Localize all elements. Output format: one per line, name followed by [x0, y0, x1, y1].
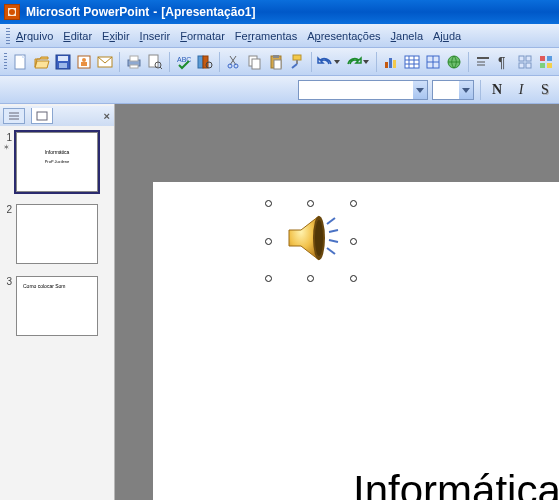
svg-rect-36: [393, 60, 396, 68]
permission-button[interactable]: [75, 51, 93, 73]
insert-table-button[interactable]: [403, 51, 421, 73]
menubar-grip[interactable]: [6, 28, 10, 44]
svg-rect-13: [130, 65, 138, 68]
svg-rect-35: [389, 58, 392, 68]
spellcheck-button[interactable]: ABC: [175, 51, 193, 73]
svg-point-8: [82, 58, 86, 62]
save-button[interactable]: [54, 51, 72, 73]
svg-rect-34: [385, 62, 388, 68]
panel-close-button[interactable]: ×: [104, 110, 110, 122]
thumbnail-row-3: 3 Como colocar Som: [2, 276, 112, 336]
slide-title[interactable]: Informática: [353, 467, 559, 500]
menu-formatar[interactable]: Formatar: [180, 30, 225, 42]
workspace: × 1 ✶ Informática Profª Jucilene 2 3: [0, 104, 559, 500]
resize-handle-ne[interactable]: [350, 200, 357, 207]
slide-canvas[interactable]: Informática ProfªJucilene: [115, 104, 559, 500]
slide-thumbnail-1[interactable]: Informática Profª Jucilene: [16, 132, 98, 192]
slides-tab[interactable]: [31, 108, 53, 124]
thumbnail-row-1: 1 ✶ Informática Profª Jucilene: [2, 132, 112, 192]
toolbar-sep-6: [468, 52, 469, 72]
undo-button[interactable]: [316, 51, 342, 73]
tables-borders-button[interactable]: [424, 51, 442, 73]
shadow-button[interactable]: S: [535, 80, 555, 100]
powerpoint-icon: [4, 4, 20, 20]
menu-ferramentas[interactable]: Ferramentas: [235, 30, 297, 42]
slide-number-2: 2: [2, 204, 12, 215]
svg-rect-63: [37, 112, 47, 120]
resize-handle-sw[interactable]: [265, 275, 272, 282]
insert-chart-button[interactable]: [382, 51, 400, 73]
insert-hyperlink-button[interactable]: [445, 51, 463, 73]
chevron-down-icon[interactable]: [413, 81, 427, 99]
resize-handle-n[interactable]: [307, 200, 314, 207]
menubar: Arquivo Editar Exibir Inserir Formatar F…: [0, 24, 559, 48]
svg-rect-50: [519, 56, 524, 61]
resize-handle-se[interactable]: [350, 275, 357, 282]
slide-number-3: 3: [2, 276, 12, 287]
research-button[interactable]: [196, 51, 214, 73]
bold-button[interactable]: N: [487, 80, 507, 100]
svg-rect-30: [293, 55, 301, 60]
svg-rect-51: [526, 56, 531, 61]
menu-inserir[interactable]: Inserir: [140, 30, 171, 42]
font-size-combo[interactable]: [432, 80, 474, 100]
grid-button[interactable]: [516, 51, 534, 73]
svg-point-66: [315, 220, 323, 256]
speaker-icon[interactable]: [283, 210, 339, 266]
open-button[interactable]: [33, 51, 51, 73]
menu-apresentacoes[interactable]: Apresentações: [307, 30, 380, 42]
title-sep: -: [153, 5, 157, 19]
menu-janela[interactable]: Janela: [391, 30, 423, 42]
formatting-toolbar: N I S: [0, 76, 559, 104]
email-button[interactable]: [96, 51, 114, 73]
svg-rect-26: [252, 59, 260, 69]
svg-text:¶: ¶: [498, 54, 506, 70]
expand-all-button[interactable]: [474, 51, 492, 73]
show-formatting-button[interactable]: ¶: [495, 51, 513, 73]
italic-button[interactable]: I: [511, 80, 531, 100]
svg-rect-55: [547, 56, 552, 61]
toolbar-sep-1: [119, 52, 120, 72]
svg-rect-54: [540, 56, 545, 61]
resize-handle-nw[interactable]: [265, 200, 272, 207]
menu-editar[interactable]: Editar: [63, 30, 92, 42]
new-button[interactable]: [12, 51, 30, 73]
color-button[interactable]: [537, 51, 555, 73]
thumbnail-row-2: 2: [2, 204, 112, 264]
animation-star-icon: ✶: [3, 143, 12, 152]
svg-rect-28: [273, 55, 279, 58]
redo-button[interactable]: [345, 51, 371, 73]
svg-line-16: [160, 67, 162, 69]
print-preview-button[interactable]: [146, 51, 164, 73]
toolbar-grip[interactable]: [4, 53, 7, 71]
svg-rect-29: [274, 60, 281, 69]
resize-handle-e[interactable]: [350, 238, 357, 245]
svg-rect-56: [540, 63, 545, 68]
slide-thumbnail-2[interactable]: [16, 204, 98, 264]
app-name: Microsoft PowerPoint: [26, 5, 149, 19]
font-name-combo[interactable]: [298, 80, 428, 100]
menu-exibir[interactable]: Exibir: [102, 30, 130, 42]
svg-line-70: [327, 248, 335, 254]
outline-tab[interactable]: [3, 108, 25, 124]
svg-marker-32: [334, 60, 340, 64]
resize-handle-s[interactable]: [307, 275, 314, 282]
doc-name: [Apresentação1]: [161, 5, 255, 19]
resize-handle-w[interactable]: [265, 238, 272, 245]
svg-line-69: [329, 240, 338, 242]
copy-button[interactable]: [246, 51, 264, 73]
svg-rect-12: [130, 56, 138, 61]
cut-button[interactable]: [225, 51, 243, 73]
svg-rect-57: [547, 63, 552, 68]
slide-thumbnail-3[interactable]: Como colocar Som: [16, 276, 98, 336]
slides-panel: × 1 ✶ Informática Profª Jucilene 2 3: [0, 104, 115, 500]
fmt-sep: [480, 80, 481, 100]
chevron-down-icon[interactable]: [459, 81, 473, 99]
menu-ajuda[interactable]: Ajuda: [433, 30, 461, 42]
svg-rect-37: [405, 56, 419, 68]
print-button[interactable]: [125, 51, 143, 73]
paste-button[interactable]: [267, 51, 285, 73]
sound-object-selection[interactable]: [265, 200, 357, 282]
format-painter-button[interactable]: [288, 51, 306, 73]
menu-arquivo[interactable]: Arquivo: [16, 30, 53, 42]
